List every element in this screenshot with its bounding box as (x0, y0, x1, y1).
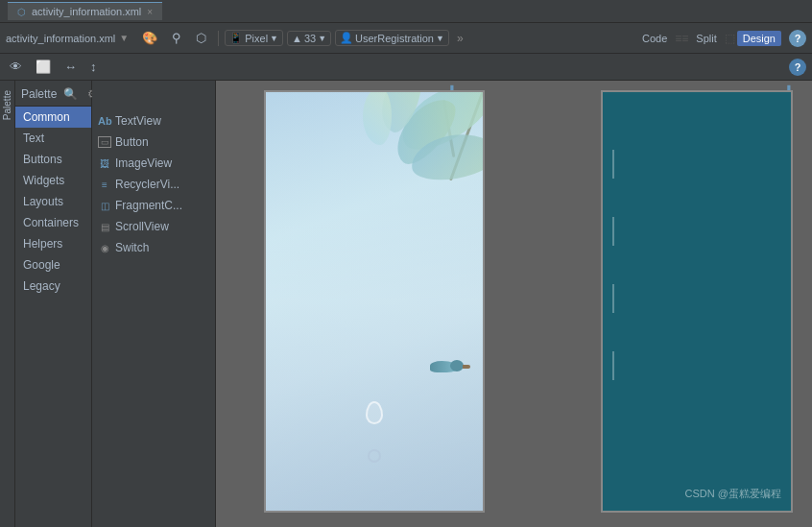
bottom-circle (368, 449, 381, 463)
widget-textview[interactable]: Ab TextView (92, 110, 215, 132)
category-buttons[interactable]: Buttons (15, 149, 91, 170)
widget-list: Ab TextView ▭ Button 🖼 ImageView ≡ Recyc… (92, 81, 215, 527)
title-bar: ⬡ activity_information.xml × (0, 0, 812, 23)
phone-bg (266, 92, 483, 511)
palette-content: Palette 🔍 ⚙ − Common Text Buttons Widget… (15, 81, 215, 527)
imageview-icon: 🖼 (98, 158, 111, 169)
bubble-decoration (366, 401, 383, 424)
palette-sidebar: Palette (0, 81, 15, 527)
category-google[interactable]: Google (15, 254, 91, 275)
code-button[interactable]: Code (636, 31, 673, 46)
file-name-label: activity_information.xml (6, 33, 115, 44)
category-common[interactable]: Common (15, 107, 91, 128)
main-toolbar: activity_information.xml ▼ 🎨 ⚲ ⬡ 📱 Pixel… (0, 23, 812, 54)
widget-fragmentc[interactable]: ◫ FragmentC... (92, 195, 215, 216)
arrow-dropdown-icon: ▼ (119, 33, 129, 43)
separator-1 (218, 31, 219, 46)
palette-panel: Palette Palette 🔍 ⚙ − Common Text Button… (0, 81, 216, 527)
device-selector[interactable]: 📱 Pixel ▼ (225, 30, 283, 46)
zoom-label: 33 (304, 33, 316, 44)
horizontal-constraint-button[interactable]: ↔ (60, 58, 81, 76)
widget-scrollview[interactable]: ▤ ScrollView (92, 216, 215, 237)
panel-toggle-button[interactable]: ⬜ (32, 58, 55, 76)
widget-recyclerview[interactable]: ≡ RecyclerVi... (92, 174, 215, 195)
button-icon: ▭ (98, 136, 111, 148)
more-options-icon[interactable]: » (457, 32, 464, 45)
category-layouts[interactable]: Layouts (15, 191, 91, 212)
category-helpers[interactable]: Helpers (15, 233, 91, 254)
recyclerview-icon: ≡ (98, 180, 111, 190)
user-icon: 👤 (340, 32, 353, 44)
category-containers[interactable]: Containers (15, 212, 91, 233)
teal-line-2 (612, 217, 614, 246)
vertical-constraint-button[interactable]: ↕ (86, 58, 101, 76)
device-label: Pixel (245, 33, 268, 44)
widget-textview-label: TextView (115, 114, 161, 128)
widget-scrollview-label: ScrollView (115, 220, 169, 233)
teal-lines (612, 150, 614, 380)
design-icon-2[interactable]: ⚲ (166, 29, 187, 47)
device-icon: 📱 (229, 32, 243, 44)
teal-line-1 (612, 150, 614, 179)
close-icon[interactable]: × (147, 7, 153, 17)
user-chevron: ▼ (436, 34, 444, 43)
palette-title: Palette (21, 87, 57, 101)
user-label: UserRegistration (355, 33, 434, 44)
scrollview-icon: ▤ (98, 222, 111, 232)
palette-header: Palette 🔍 ⚙ − (15, 83, 91, 107)
user-selector[interactable]: 👤 UserRegistration ▼ (335, 30, 449, 46)
widget-imageview-label: ImageView (115, 156, 172, 170)
help-button[interactable]: ? (789, 30, 806, 47)
search-button[interactable]: 🔍 (60, 86, 81, 102)
design-icon-1[interactable]: 🎨 (136, 29, 163, 47)
bird-beak (463, 365, 470, 369)
bird-head (450, 360, 464, 371)
category-text[interactable]: Text (15, 128, 91, 149)
widget-switch[interactable]: ◉ Switch (92, 237, 215, 258)
zoom-chevron: ▼ (318, 34, 326, 43)
file-tab[interactable]: ⬡ activity_information.xml × (8, 2, 162, 20)
fragmentc-icon: ◫ (98, 201, 111, 211)
view-mode-buttons: Code ≡≡ Split ⬚ Design (636, 31, 781, 46)
switch-icon: ◉ (98, 243, 111, 253)
category-list: Palette 🔍 ⚙ − Common Text Buttons Widget… (15, 81, 92, 527)
device-chevron: ▼ (270, 34, 278, 43)
palette-sidebar-label[interactable]: Palette (1, 86, 13, 124)
teal-line-4 (612, 351, 614, 380)
textview-icon: Ab (98, 115, 111, 127)
canvas-area: ⬇ ⬇ (216, 81, 812, 527)
xml-file-icon: ⬡ (17, 7, 26, 17)
eye-button[interactable]: 👁 (6, 58, 26, 76)
design-icon-3[interactable]: ⬡ (190, 29, 212, 47)
zoom-icon: ▲ (292, 33, 302, 44)
teal-line-3 (612, 284, 614, 313)
widget-recyclerview-label: RecyclerVi... (115, 178, 179, 191)
zoom-selector[interactable]: ▲ 33 ▼ (287, 31, 331, 46)
secondary-toolbar: 👁 ⬜ ↔ ↕ ? (0, 54, 812, 81)
bird-decoration (425, 357, 464, 376)
category-legacy[interactable]: Legacy (15, 275, 91, 297)
main-layout: Palette Palette 🔍 ⚙ − Common Text Button… (0, 81, 812, 527)
widget-imageview[interactable]: 🖼 ImageView (92, 153, 215, 174)
teal-panel-preview: CSDN @蛋糕爱编程 (601, 90, 793, 513)
design-button[interactable]: Design (737, 31, 781, 46)
category-widgets[interactable]: Widgets (15, 170, 91, 191)
csdn-watermark: CSDN @蛋糕爱编程 (685, 487, 781, 501)
phone-preview (264, 90, 485, 513)
secondary-help-button[interactable]: ? (789, 59, 806, 76)
widget-button-label: Button (115, 135, 149, 149)
widget-button[interactable]: ▭ Button (92, 132, 215, 153)
widget-fragmentc-label: FragmentC... (115, 199, 182, 212)
file-tab-label: activity_information.xml (32, 6, 141, 17)
split-button[interactable]: Split (690, 31, 722, 46)
widget-switch-label: Switch (115, 241, 149, 254)
